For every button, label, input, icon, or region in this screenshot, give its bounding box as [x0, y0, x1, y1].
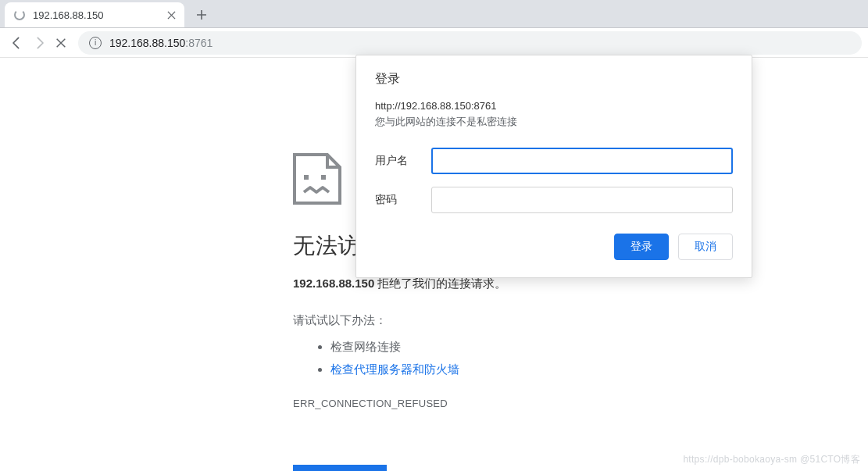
- dialog-actions: 登录 取消: [375, 234, 733, 260]
- back-button[interactable]: [6, 32, 28, 54]
- username-input[interactable]: [431, 148, 733, 174]
- address-bar[interactable]: i 192.168.88.150:8761: [78, 31, 862, 55]
- watermark-text: https://dpb-bobokaoya-sm @51CTO博客: [683, 453, 860, 466]
- url-port: :8761: [185, 37, 213, 49]
- close-tab-icon[interactable]: [166, 9, 177, 20]
- auth-dialog: 登录 http://192.168.88.150:8761 您与此网站的连接不是…: [355, 55, 752, 278]
- browser-tab[interactable]: 192.168.88.150: [5, 2, 184, 27]
- error-rest: 拒绝了我们的连接请求。: [374, 277, 506, 290]
- dialog-warning: 您与此网站的连接不是私密连接: [375, 115, 733, 129]
- forward-button[interactable]: [28, 32, 50, 54]
- dialog-url: http://192.168.88.150:8761: [375, 100, 733, 112]
- try-label: 请试试以下办法：: [293, 313, 868, 328]
- loading-spinner-icon: [14, 9, 25, 20]
- tips-list: 检查网络连接 检查代理服务器和防火墙: [330, 336, 868, 380]
- svg-rect-0: [304, 175, 309, 180]
- login-button[interactable]: 登录: [614, 234, 669, 260]
- password-input[interactable]: [431, 187, 733, 213]
- password-row: 密码: [375, 187, 733, 213]
- username-row: 用户名: [375, 148, 733, 174]
- tip-item: 检查网络连接: [330, 336, 868, 359]
- error-host: 192.168.88.150: [293, 277, 374, 290]
- username-label: 用户名: [375, 154, 431, 168]
- dialog-title: 登录: [375, 71, 733, 87]
- error-subtext: 192.168.88.150 拒绝了我们的连接请求。: [293, 277, 868, 291]
- new-tab-button[interactable]: [191, 4, 213, 26]
- reload-button-cut[interactable]: [293, 465, 387, 471]
- site-info-icon[interactable]: i: [89, 37, 102, 49]
- svg-rect-1: [321, 175, 326, 180]
- tip-text: 检查网络连接: [330, 340, 401, 353]
- sad-page-icon: [290, 152, 346, 208]
- password-label: 密码: [375, 193, 431, 207]
- tip-link[interactable]: 检查代理服务器和防火墙: [330, 362, 459, 376]
- tab-strip: 192.168.88.150: [0, 0, 868, 28]
- toolbar: i 192.168.88.150:8761: [0, 28, 868, 58]
- stop-reload-button[interactable]: [50, 32, 72, 54]
- tip-item: 检查代理服务器和防火墙: [330, 359, 868, 381]
- error-code: ERR_CONNECTION_REFUSED: [293, 398, 868, 409]
- tab-title: 192.168.88.150: [33, 9, 166, 21]
- url-host: 192.168.88.150: [109, 37, 185, 49]
- cancel-button[interactable]: 取消: [678, 234, 733, 260]
